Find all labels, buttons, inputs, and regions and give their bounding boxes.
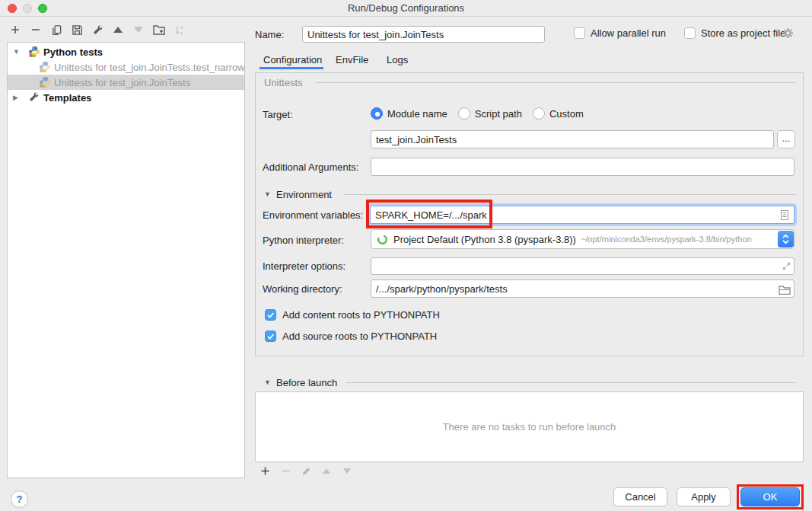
configurations-toolbar: az: [9, 24, 186, 36]
unittests-group-title: Unittests: [264, 77, 303, 88]
store-as-project-file-label: Store as project file: [701, 27, 785, 39]
python-interpreter-label: Python interpreter:: [263, 235, 344, 246]
checkbox-checked-icon[interactable]: [265, 331, 276, 342]
python-tests-icon: [28, 46, 40, 58]
radio-unselected-icon[interactable]: [458, 107, 470, 120]
active-tab-underline: [260, 67, 323, 69]
additional-arguments-label: Additional Arguments:: [263, 161, 358, 173]
move-down-icon[interactable]: [132, 24, 145, 36]
target-input[interactable]: test_join.JoinTests: [371, 130, 774, 149]
browse-button[interactable]: ...: [777, 130, 795, 149]
section-divider: [346, 382, 796, 383]
save-icon[interactable]: [71, 24, 83, 36]
add-source-roots-checkbox[interactable]: Add source roots to PYTHONPATH: [265, 331, 437, 342]
before-launch-header: Before launch: [276, 377, 337, 388]
add-content-roots-checkbox[interactable]: Add content roots to PYTHONPATH: [265, 309, 440, 321]
before-launch-toolbar: [260, 465, 352, 476]
title-bar: Run/Debug Configurations: [0, 0, 812, 17]
collapse-environment-icon[interactable]: ▼: [264, 190, 271, 198]
expand-field-icon[interactable]: [779, 259, 793, 273]
name-label: Name:: [255, 29, 284, 40]
section-divider: [344, 194, 796, 195]
configurations-tree: ▼ Python tests Unittests for test_join.J…: [7, 42, 245, 478]
dropdown-stepper-icon[interactable]: [778, 231, 794, 248]
interpreter-options-label: Interpreter options:: [263, 260, 345, 272]
target-value: test_join.JoinTests: [376, 134, 457, 145]
edit-task-icon[interactable]: [301, 465, 311, 476]
env-vars-list-icon[interactable]: [778, 208, 791, 222]
chevron-down-icon[interactable]: ▼: [13, 48, 21, 56]
chevron-right-icon[interactable]: ▶: [13, 94, 21, 101]
working-directory-label: Working directory:: [263, 283, 342, 295]
help-button[interactable]: ?: [11, 490, 28, 508]
add-icon[interactable]: [9, 24, 21, 36]
edit-templates-icon[interactable]: [91, 24, 103, 36]
target-label: Target:: [263, 109, 293, 120]
templates-wrench-icon: [28, 91, 40, 104]
tree-item-python-tests[interactable]: ▼ Python tests: [8, 44, 244, 59]
svg-text:z: z: [180, 30, 183, 36]
move-task-up-icon[interactable]: [321, 465, 332, 476]
radio-unselected-icon[interactable]: [533, 107, 545, 120]
environment-variables-input[interactable]: SPARK_HOME=/.../spark: [370, 206, 794, 224]
before-launch-empty-message: There are no tasks to run before launch: [443, 421, 616, 433]
run-debug-configurations-dialog: Run/Debug Configurations az ▼: [0, 0, 812, 511]
python-interpreter-value: Project Default (Python 3.8 (pyspark-3.8…: [393, 234, 576, 245]
folder-icon[interactable]: [778, 283, 791, 296]
environment-variables-label: Environment variables:: [263, 209, 363, 221]
tree-item-label: Unittests for test_join.JoinTests: [54, 77, 190, 88]
tree-item-label: Templates: [43, 92, 91, 104]
conda-env-icon: [377, 234, 388, 245]
apply-button[interactable]: Apply: [677, 487, 731, 506]
collapse-before-launch-icon[interactable]: ▼: [264, 378, 271, 386]
cancel-button[interactable]: Cancel: [613, 487, 667, 506]
svg-text:a: a: [180, 24, 183, 30]
python-interpreter-path: ~/opt/miniconda3/envs/pyspark-3.8/bin/py…: [581, 235, 752, 244]
remove-icon[interactable]: [30, 24, 42, 36]
window-title: Run/Debug Configurations: [0, 0, 812, 17]
group-divider: [315, 82, 796, 83]
checkbox-checked-icon[interactable]: [265, 309, 276, 321]
copy-icon[interactable]: [50, 24, 62, 36]
radio-script-path[interactable]: Script path: [458, 107, 522, 120]
gear-icon[interactable]: [782, 27, 798, 40]
tree-item-templates[interactable]: ▶ Templates: [8, 90, 244, 105]
additional-arguments-input[interactable]: [371, 158, 794, 176]
environment-section-header: Environment: [276, 189, 332, 200]
radio-custom[interactable]: Custom: [533, 107, 584, 120]
new-folder-icon[interactable]: [153, 24, 165, 36]
tree-item-label: Python tests: [43, 46, 103, 58]
tree-item-unittests-narrow[interactable]: Unittests for test_join.JoinTests.test_n…: [8, 59, 244, 75]
add-task-icon[interactable]: [260, 465, 270, 476]
python-test-icon: [39, 61, 51, 73]
interpreter-options-input[interactable]: [371, 257, 794, 275]
working-directory-value: /.../spark/python/pyspark/tests: [376, 283, 508, 295]
sort-alphabetically-icon[interactable]: az: [174, 24, 186, 36]
store-as-project-file-checkbox[interactable]: Store as project file: [684, 27, 785, 39]
tree-item-unittests-jointests[interactable]: Unittests for test_join.JoinTests: [8, 75, 244, 90]
radio-selected-icon[interactable]: [371, 107, 383, 120]
move-task-down-icon[interactable]: [342, 465, 352, 476]
ok-button[interactable]: OK: [740, 487, 800, 506]
checkbox-unchecked-icon[interactable]: [574, 27, 585, 39]
move-up-icon[interactable]: [112, 24, 124, 36]
radio-label: Script path: [475, 108, 522, 120]
add-source-roots-label: Add source roots to PYTHONPATH: [282, 331, 437, 342]
python-interpreter-dropdown[interactable]: Project Default (Python 3.8 (pyspark-3.8…: [371, 229, 794, 249]
radio-label: Module name: [387, 108, 447, 120]
add-content-roots-label: Add content roots to PYTHONPATH: [282, 309, 440, 321]
checkbox-unchecked-icon[interactable]: [684, 27, 696, 39]
tab-envfile[interactable]: EnvFile: [336, 54, 368, 69]
radio-label: Custom: [549, 108, 584, 120]
radio-module-name[interactable]: Module name: [371, 107, 447, 120]
python-test-icon: [39, 76, 51, 88]
remove-task-icon[interactable]: [280, 465, 291, 476]
working-directory-input[interactable]: /.../spark/python/pyspark/tests: [371, 279, 794, 298]
tree-item-label: Unittests for test_join.JoinTests.test_n…: [54, 62, 244, 73]
environment-variables-value: SPARK_HOME=/.../spark: [375, 209, 487, 221]
before-launch-task-list: There are no tasks to run before launch: [255, 391, 804, 462]
allow-parallel-run-checkbox[interactable]: Allow parallel run: [574, 27, 666, 39]
name-input[interactable]: [302, 26, 545, 43]
tab-logs[interactable]: Logs: [387, 54, 408, 69]
target-radio-group: Module name Script path Custom: [371, 107, 584, 120]
